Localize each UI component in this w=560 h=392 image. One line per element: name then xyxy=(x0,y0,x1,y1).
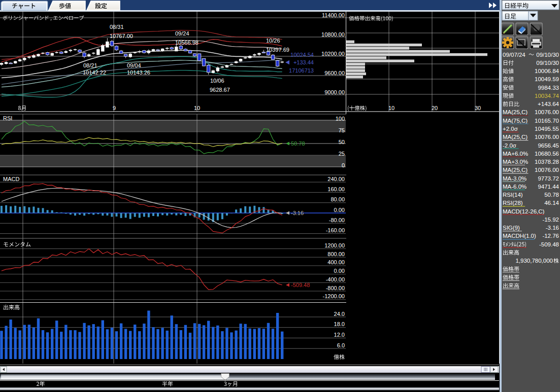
svg-text:10397.69: 10397.69 xyxy=(266,47,289,53)
svg-text:10: 10 xyxy=(388,105,394,111)
svg-text:-509.48: -509.48 xyxy=(291,282,310,288)
svg-text:10142.22: 10142.22 xyxy=(83,69,106,76)
svg-text:9656.45: 9656.45 xyxy=(538,142,559,149)
svg-text:-509.48: -509.48 xyxy=(539,241,559,247)
svg-text:09/10/30: 09/10/30 xyxy=(536,60,559,66)
svg-text:09/10/30: 09/10/30 xyxy=(536,52,559,58)
svg-text:-15.92: -15.92 xyxy=(542,217,559,223)
svg-text:-1200.00: -1200.00 xyxy=(323,293,345,299)
svg-text:10076.00: 10076.00 xyxy=(535,134,559,140)
svg-text:10024.54: 10024.54 xyxy=(290,52,314,58)
svg-text:10767.00: 10767.00 xyxy=(110,33,133,39)
svg-text:10200.00: 10200.00 xyxy=(321,51,345,57)
svg-text:12.0: 12.0 xyxy=(334,332,345,338)
svg-text:10495.55: 10495.55 xyxy=(535,126,559,132)
svg-text:9600.00: 9600.00 xyxy=(324,70,345,76)
svg-text:-400.00: -400.00 xyxy=(326,276,345,282)
svg-text:10076.00: 10076.00 xyxy=(535,167,559,173)
svg-text:08/21: 08/21 xyxy=(83,62,97,68)
svg-text:-2.0σ: -2.0σ xyxy=(503,142,516,149)
svg-text:09/07/24: 09/07/24 xyxy=(503,52,525,58)
svg-text:10680.56: 10680.56 xyxy=(535,151,559,157)
svg-text:-3.16: -3.16 xyxy=(291,210,304,216)
svg-text:10143.26: 10143.26 xyxy=(127,69,150,76)
svg-text:9471.44: 9471.44 xyxy=(538,184,559,190)
svg-text:MACDH(1.0): MACDH(1.0) xyxy=(503,233,536,239)
svg-text:400.00: 400.00 xyxy=(327,259,345,265)
svg-text:MA(25,C): MA(25,C) xyxy=(503,134,528,140)
svg-text:9773.72: 9773.72 xyxy=(538,175,559,182)
svg-text:10/06: 10/06 xyxy=(210,78,224,84)
svg-text:9000.00: 9000.00 xyxy=(324,89,345,95)
svg-text:-800.00: -800.00 xyxy=(326,285,345,291)
svg-text:100: 100 xyxy=(336,116,345,122)
svg-text:50: 50 xyxy=(339,139,345,145)
svg-text:10165.70: 10165.70 xyxy=(535,118,559,124)
svg-text:0: 0 xyxy=(342,162,345,168)
svg-text:50.78: 50.78 xyxy=(291,140,305,147)
svg-text:0.00: 0.00 xyxy=(334,207,345,213)
svg-text:MA(75,C): MA(75,C) xyxy=(503,118,528,124)
svg-text:-12.76: -12.76 xyxy=(542,233,559,239)
svg-text:80.00: 80.00 xyxy=(331,196,345,202)
svg-text:9628.67: 9628.67 xyxy=(210,87,230,93)
svg-text:6.0: 6.0 xyxy=(337,342,345,348)
svg-text:MA(25,C): MA(25,C) xyxy=(503,167,528,173)
svg-text:240.00: 240.00 xyxy=(327,176,345,182)
svg-text:10566.98: 10566.98 xyxy=(175,40,199,46)
svg-text:+2.0σ: +2.0σ xyxy=(503,126,518,132)
svg-text:+143.64: +143.64 xyxy=(538,101,559,107)
svg-text:08/31: 08/31 xyxy=(110,24,124,30)
svg-text:9: 9 xyxy=(113,105,116,111)
svg-text:75: 75 xyxy=(339,127,345,133)
svg-text:30: 30 xyxy=(475,105,481,111)
svg-text:MA+6.0%: MA+6.0% xyxy=(503,151,528,157)
svg-text:10378.28: 10378.28 xyxy=(535,159,559,165)
svg-text:MACD(12-26,C): MACD(12-26,C) xyxy=(503,208,545,215)
svg-text:9984.33: 9984.33 xyxy=(538,85,559,91)
svg-text:-160.00: -160.00 xyxy=(326,227,345,233)
svg-text:10006.84: 10006.84 xyxy=(535,68,559,74)
svg-text:MA-3.0%: MA-3.0% xyxy=(503,175,526,182)
svg-text:1200.00: 1200.00 xyxy=(324,242,345,248)
svg-text:09/04: 09/04 xyxy=(127,62,141,68)
svg-text:25: 25 xyxy=(339,151,345,157)
svg-text:46.14: 46.14 xyxy=(544,200,559,206)
svg-text:MA+3.0%: MA+3.0% xyxy=(503,159,528,165)
svg-text:-3.16: -3.16 xyxy=(546,225,559,231)
svg-text:10076.00: 10076.00 xyxy=(535,109,559,115)
svg-text:MA(25,C): MA(25,C) xyxy=(503,109,528,115)
svg-text:+133.44: +133.44 xyxy=(293,59,314,65)
svg-text:10049.59: 10049.59 xyxy=(535,76,559,82)
svg-text:0.00: 0.00 xyxy=(334,268,345,274)
svg-text:50.78: 50.78 xyxy=(544,192,559,198)
svg-text:20: 20 xyxy=(432,105,438,111)
svg-text:160.00: 160.00 xyxy=(327,186,345,192)
svg-text:SIG(9): SIG(9) xyxy=(503,225,520,231)
svg-text:11400.00: 11400.00 xyxy=(322,12,345,18)
svg-text:RSI: RSI xyxy=(3,115,12,121)
svg-text:10034.74: 10034.74 xyxy=(535,93,559,99)
svg-text:MACD: MACD xyxy=(3,176,19,182)
svg-text:RSI(28): RSI(28) xyxy=(503,200,523,206)
svg-text:10800.00: 10800.00 xyxy=(321,31,345,38)
svg-text:MA-6.0%: MA-6.0% xyxy=(503,184,526,190)
svg-text:10/26: 10/26 xyxy=(266,38,280,44)
svg-text:-80.00: -80.00 xyxy=(329,217,345,223)
svg-text:09/24: 09/24 xyxy=(175,30,189,37)
svg-text:18.0: 18.0 xyxy=(334,321,345,327)
svg-text:800.00: 800.00 xyxy=(327,251,345,257)
svg-text:1,930,780,000: 1,930,780,000 xyxy=(515,258,553,264)
svg-text:RSI(14): RSI(14) xyxy=(503,192,523,198)
svg-text:17106713: 17106713 xyxy=(289,67,314,74)
svg-text:24.0: 24.0 xyxy=(334,311,345,317)
svg-text:10: 10 xyxy=(194,105,200,111)
